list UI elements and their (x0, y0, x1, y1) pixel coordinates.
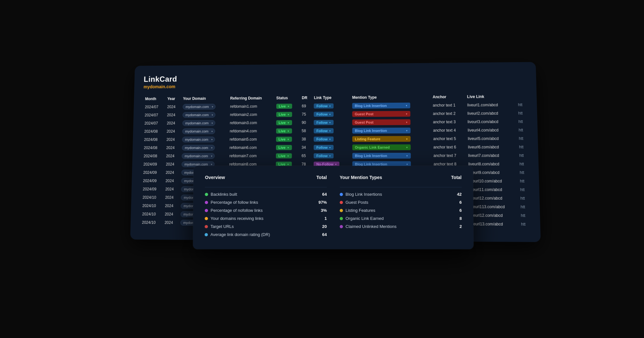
domain-dropdown[interactable]: mydomain.com (182, 145, 215, 151)
link-type-badge[interactable]: Follow ▼ (314, 145, 334, 150)
overview-right: Your Mention Types Total Blog Link Inser… (340, 175, 462, 240)
mention-type-dropdown[interactable]: Guest Post ▼ (352, 119, 411, 125)
cell-suffix: htt (517, 160, 529, 168)
status-badge[interactable]: Live ▼ (276, 145, 292, 150)
cell-mention-type: Guest Post ▼ (350, 118, 431, 127)
cell-month: 2024/09 (141, 168, 164, 177)
cell-suffix: htt (518, 177, 529, 185)
overview-row: Blog Link Insertions42 (340, 192, 462, 197)
overview-dot (340, 217, 343, 220)
link-type-badge[interactable]: Follow ▼ (314, 120, 334, 125)
link-type-badge[interactable]: Follow ▼ (314, 136, 334, 142)
overview-label: Guest Posts (346, 200, 446, 205)
table-row: 2024/082024mydomain.comrefdomain6.comLiv… (142, 143, 528, 152)
overview-value: 42 (449, 192, 462, 197)
cell-mention-type: Guest Post ▼ (350, 109, 431, 118)
cell-suffix: htt (516, 126, 528, 134)
cell-suffix: htt (517, 134, 528, 143)
cell-live-link: liveurl7.com/abcd (466, 151, 517, 160)
cell-month: 2024/10 (140, 218, 163, 227)
mention-type-dropdown[interactable]: Organic Link Earned ▼ (352, 144, 411, 150)
table-row: 2024/082024mydomain.comrefdomain7.comLiv… (142, 151, 528, 160)
cell-mention-type: Blog Link Insertion ▼ (350, 151, 431, 160)
cell-suffix: htt (519, 220, 530, 229)
cell-year: 2024 (165, 127, 180, 136)
overview-title: Overview (205, 175, 225, 180)
cell-suffix: htt (518, 202, 530, 211)
cell-year: 2024 (164, 160, 180, 168)
link-type-badge[interactable]: Follow ▼ (314, 128, 334, 133)
overview-dot (340, 209, 343, 212)
cell-domain: mydomain.com (181, 119, 228, 127)
cell-status: Live ▼ (274, 135, 300, 144)
domain-dropdown[interactable]: mydomain.com (183, 104, 215, 109)
overview-left: Overview Total Backlinks built64Percenta… (204, 175, 327, 240)
status-badge[interactable]: Live ▼ (276, 128, 292, 134)
domain-dropdown[interactable]: mydomain.com (182, 120, 215, 126)
cell-dr: 65 (300, 152, 312, 160)
status-badge[interactable]: Live ▼ (276, 112, 292, 117)
domain-dropdown[interactable]: mydomain.com (182, 136, 215, 142)
col-status: Status (274, 94, 300, 102)
cell-ref-domain: refdomain1.com (228, 102, 274, 110)
cell-domain: mydomain.com (181, 111, 228, 119)
cell-domain: mydomain.com (181, 102, 228, 111)
mention-type-dropdown[interactable]: Blog Link Insertion ▼ (352, 103, 411, 109)
card-header: LinkCard mydomain.com (144, 72, 526, 89)
overview-label: Your domains receiving links (211, 216, 311, 221)
overview-row: Organic Link Earned8 (340, 216, 462, 221)
cell-status: Live ▼ (274, 127, 300, 135)
cell-month: 2024/10 (140, 202, 163, 210)
overview-dot (204, 233, 208, 236)
link-type-badge[interactable]: Follow ▼ (314, 103, 334, 108)
overview-value: 1 (314, 216, 327, 221)
cell-link-type: Follow ▼ (312, 127, 350, 135)
cell-year: 2024 (165, 136, 180, 144)
cell-year: 2024 (165, 103, 181, 111)
overview-row: Backlinks built64 (205, 192, 327, 197)
overview-dot (340, 193, 343, 196)
link-type-badge[interactable]: Follow ▼ (314, 112, 334, 117)
overview-value: 64 (314, 232, 327, 237)
overview-header-right: Your Mention Types Total (340, 175, 462, 187)
col-dr: DR (300, 94, 312, 102)
mention-type-dropdown[interactable]: Blog Link Insertion ▼ (352, 127, 411, 134)
cell-year: 2024 (164, 177, 180, 185)
domain-dropdown[interactable]: mydomain.com (182, 153, 214, 159)
overview-row: Guest Posts6 (340, 200, 462, 205)
cell-status: Live ▼ (274, 110, 300, 118)
cell-live-link: liveurl12.com/abcd (467, 211, 519, 220)
cell-ref-domain: refdomain2.com (228, 110, 274, 119)
cell-link-type: Follow ▼ (312, 118, 350, 127)
overview-total-label: Total (317, 175, 327, 180)
col-referring-domain: Referring Domain (228, 94, 274, 102)
cell-link-type: Follow ▼ (312, 143, 350, 152)
mention-type-dropdown[interactable]: Listing Feature ▼ (352, 136, 411, 142)
overview-value: 6 (449, 208, 462, 213)
mention-type-dropdown[interactable]: Guest Post ▼ (352, 111, 411, 117)
link-type-badge[interactable]: Follow ▼ (314, 153, 334, 158)
cell-year: 2024 (164, 144, 180, 152)
cell-year: 2024 (164, 152, 180, 160)
overview-row: Percentage of nofollow links3% (205, 208, 327, 213)
overview-label: Blog Link Insertions (346, 192, 446, 197)
overview-label: Percentage of follow links (211, 200, 311, 205)
table-row: 2024/082024mydomain.comrefdomain4.comLiv… (142, 126, 528, 136)
cell-live-link: liveurl3.com/abcd (466, 117, 516, 126)
status-badge[interactable]: Live ▼ (276, 137, 292, 142)
status-badge[interactable]: Live ▼ (276, 120, 292, 125)
overview-row: Your domains receiving links1 (205, 216, 327, 221)
cell-suffix: htt (517, 151, 528, 160)
cell-year: 2024 (165, 111, 181, 119)
domain-dropdown[interactable]: mydomain.com (183, 112, 215, 118)
domain-dropdown[interactable]: mydomain.com (182, 128, 215, 134)
status-badge[interactable]: Live ▼ (276, 104, 292, 109)
cell-ref-domain: refdomain7.com (227, 152, 274, 160)
mention-type-dropdown[interactable]: Blog Link Insertion ▼ (352, 153, 411, 159)
cell-status: Live ▼ (274, 143, 300, 152)
col-live-link: Live Link (465, 92, 516, 101)
status-badge[interactable]: Live ▼ (276, 153, 292, 158)
col-link-type: Link Type (312, 93, 350, 102)
cell-month: 2024/08 (142, 144, 165, 152)
cell-link-type: Follow ▼ (312, 152, 350, 160)
